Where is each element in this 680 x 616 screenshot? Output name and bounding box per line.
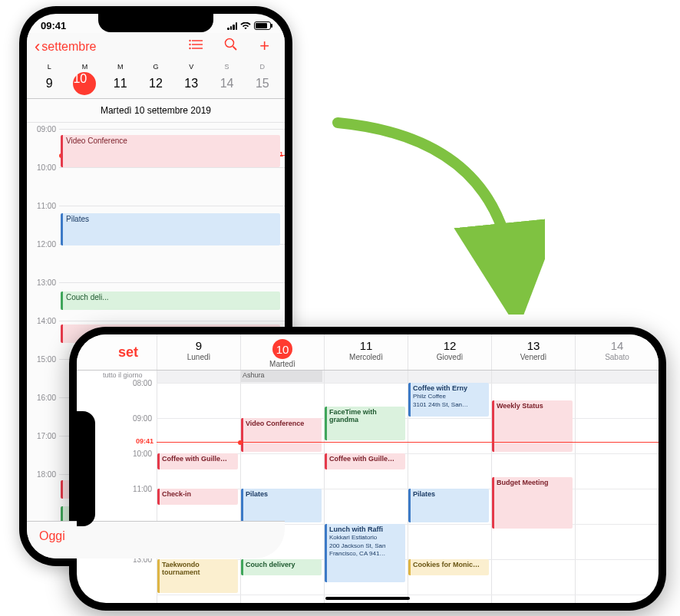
landscape-screen: set 9Lunedì 10Martedì 11Mercoledì 12Giov… xyxy=(77,334,659,603)
rotate-arrow-icon xyxy=(307,107,545,315)
calendar-event[interactable]: Pilates xyxy=(61,213,280,245)
time-label: 10:00 xyxy=(37,163,56,172)
land-now-label: 09:41 xyxy=(136,437,153,445)
calendar-event[interactable]: Couch delivery xyxy=(241,559,322,575)
weekday-0: L xyxy=(31,63,67,71)
calendar-event[interactable]: Video Conference xyxy=(61,135,280,167)
land-now-line xyxy=(157,442,659,443)
land-time-label: 10:00 xyxy=(133,450,152,458)
nav-header: ‹ settembre + xyxy=(27,33,285,63)
land-events-container: Coffee with Guille…Check-inTaekwondo tou… xyxy=(157,383,659,603)
back-label: settembre xyxy=(41,40,96,54)
calendar-event[interactable]: Lunch with RaffiKokkari Estiatorio200 Ja… xyxy=(325,524,405,582)
land-time-label: 08:00 xyxy=(133,379,152,387)
calendar-event[interactable]: Video Conference xyxy=(241,418,322,452)
landscape-week-view[interactable]: 09:41 08:0009:0010:0011:0012:0013:00 tut… xyxy=(77,371,659,603)
add-event-button[interactable]: + xyxy=(259,38,269,55)
bottom-bar: Oggi x x xyxy=(27,521,285,558)
today-button[interactable]: Oggi xyxy=(39,529,65,543)
weekday-1: M xyxy=(67,63,102,71)
calendar-event[interactable]: Coffee with Guille… xyxy=(157,453,238,469)
nav-actions: + xyxy=(189,38,277,55)
svg-point-4 xyxy=(189,44,190,45)
search-icon[interactable] xyxy=(224,38,238,55)
land-now-dot-icon xyxy=(238,440,243,445)
calendar-event[interactable]: Pilates xyxy=(408,489,489,522)
calendar-event[interactable]: Coffee with Guille… xyxy=(325,453,405,469)
weekday-labels: L M M G V S D xyxy=(31,63,280,71)
svg-line-7 xyxy=(233,47,237,51)
notch xyxy=(98,14,213,32)
calendar-event[interactable]: Check-in xyxy=(157,489,238,505)
time-label: 17:00 xyxy=(37,432,56,440)
calendar-event[interactable]: Cookies for Monic… xyxy=(408,559,489,575)
land-day-1[interactable]: 10Martedì xyxy=(240,334,324,370)
day-1[interactable]: 10 xyxy=(67,72,102,95)
day-5[interactable]: 14 xyxy=(209,72,244,95)
day-numbers: 9 10 11 12 13 14 15 xyxy=(31,72,280,95)
weekday-2: M xyxy=(103,63,138,71)
time-label: 14:00 xyxy=(37,317,56,325)
landscape-phone: set 9Lunedì 10Martedì 11Mercoledì 12Giov… xyxy=(69,327,666,611)
status-time: 09:41 xyxy=(41,20,66,31)
back-button[interactable]: ‹ settembre xyxy=(35,38,96,55)
calendar-event[interactable]: Weekly Status xyxy=(492,400,573,452)
land-time-label: 11:00 xyxy=(133,485,152,493)
time-label: 18:00 xyxy=(37,470,56,479)
signal-icon xyxy=(227,22,237,30)
allday-label: tutto il giorno xyxy=(103,371,143,379)
land-day-5[interactable]: 14Sabato xyxy=(575,334,659,370)
land-day-0[interactable]: 9Lunedì xyxy=(157,334,240,370)
week-strip: L M M G V S D 9 10 11 12 13 14 15 xyxy=(27,63,285,99)
time-label: 09:00 xyxy=(37,125,56,133)
day-3[interactable]: 12 xyxy=(138,72,173,95)
wifi-icon xyxy=(240,22,251,30)
svg-point-5 xyxy=(189,48,190,49)
time-label: 12:00 xyxy=(37,240,56,249)
home-indicator[interactable] xyxy=(325,597,410,600)
day-0[interactable]: 9 xyxy=(31,72,67,95)
land-time-col: 09:41 08:0009:0010:0011:0012:0013:00 xyxy=(100,371,157,603)
time-label: 13:00 xyxy=(37,278,56,287)
land-time-label: 09:00 xyxy=(133,414,152,423)
landscape-header: set 9Lunedì 10Martedì 11Mercoledì 12Giov… xyxy=(77,334,659,371)
time-label: 15:00 xyxy=(37,355,56,364)
list-view-icon[interactable] xyxy=(189,38,203,55)
day-6[interactable]: 15 xyxy=(245,72,280,95)
calendar-event[interactable]: FaceTime with grandma xyxy=(325,407,405,440)
svg-point-3 xyxy=(189,40,190,41)
land-day-2[interactable]: 11Mercoledì xyxy=(324,334,408,370)
time-label: 16:00 xyxy=(37,394,56,402)
weekday-4: V xyxy=(173,63,209,71)
calendar-event[interactable]: Taekwondo tournament xyxy=(157,559,238,593)
day-4[interactable]: 13 xyxy=(173,72,209,95)
calendar-event[interactable]: Couch deli... xyxy=(61,292,280,310)
chevron-left-icon: ‹ xyxy=(35,38,40,55)
land-day-4[interactable]: 13Venerdì xyxy=(491,334,575,370)
battery-icon xyxy=(254,21,271,30)
month-button[interactable]: set xyxy=(100,334,157,370)
time-label: 11:00 xyxy=(37,202,56,210)
date-subtitle: Martedì 10 settembre 2019 xyxy=(27,99,285,123)
landscape-notch xyxy=(77,411,95,526)
weekday-6: D xyxy=(245,63,280,71)
weekday-3: G xyxy=(138,63,173,71)
calendar-event[interactable]: Budget Meeting xyxy=(492,477,573,529)
svg-point-6 xyxy=(226,39,234,48)
calendar-event[interactable]: Pilates xyxy=(241,489,322,522)
day-2[interactable]: 11 xyxy=(103,72,138,95)
weekday-5: S xyxy=(209,63,244,71)
status-icons xyxy=(227,21,271,30)
calendar-event[interactable]: Coffee with ErnyPhilz Coffee3101 24th St… xyxy=(408,383,489,417)
land-day-3[interactable]: 12Giovedì xyxy=(408,334,491,370)
